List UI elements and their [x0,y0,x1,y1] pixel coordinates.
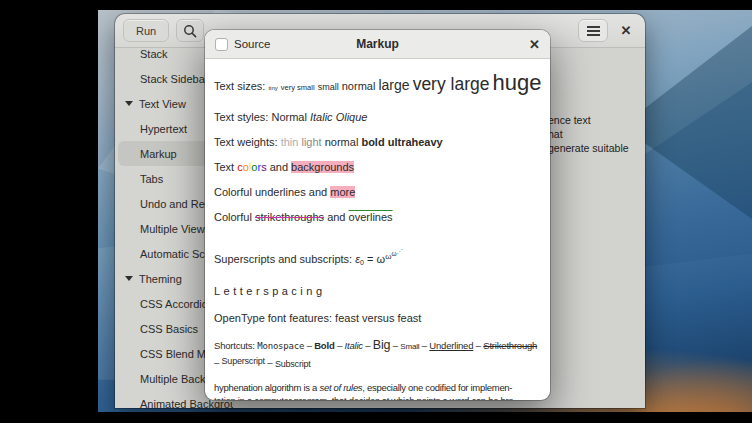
markup-sample-text-styles: Text styles: Normal Italic Olique [214,110,541,124]
markup-sample-paragraph: hyphenation algorithm is a set of rules,… [214,381,541,400]
weight-bold: bold [361,136,384,148]
formula-equals: = [367,253,373,265]
separator-dash: – [365,340,370,351]
underlined-word: underlines [255,186,306,198]
markup-sample-colors: Text colors and backgrounds [214,160,541,174]
highlighted-word: backgrounds [291,161,354,173]
formula-superscript: ω⋰ [391,250,402,257]
weight-normal: normal [325,136,359,148]
size-normal: normal [342,80,376,92]
markup-textview: Text sizes: tiny very small small normal… [205,59,550,400]
sample-label: Text styles: [214,111,268,123]
feature-word: feast [335,312,359,324]
separator-dash: – [393,340,398,351]
shortcuts-line-2: – Superscript – Subscript [214,354,541,372]
sidebar-item-label: Markup [140,148,177,160]
hamburger-icon [587,26,600,36]
sample-label: Colorful [214,211,252,223]
search-icon [183,24,197,38]
style-italic: Italic [310,111,333,123]
weight-thin: thin [281,136,299,148]
formula-dots: ⋰ [396,248,402,254]
close-icon: ✕ [621,23,632,38]
error-underline-word: more [330,186,355,198]
sidebar-item-label: Stack Sidebar [140,73,208,85]
shortcuts-line-1: Shortcuts: Monospace – Bold – Italic – B… [214,338,541,354]
shortcut-big: Big [373,338,390,352]
sample-label: Shortcuts: [214,340,255,351]
paragraph-italic-text: set of rules [319,382,362,393]
shortcut-small: Small [400,342,419,351]
formula-subscript: 0 [360,259,364,266]
sidebar-item-label: Stack [140,48,168,60]
markup-sample-opentype: OpenType font features: feast versus fea… [214,311,541,325]
sample-text: and [270,161,288,173]
expander-arrow-icon [125,101,133,106]
close-icon: ✕ [529,37,540,52]
source-checkbox[interactable]: Source [215,38,270,51]
markup-sample-shortcuts: Shortcuts: Monospace – Bold – Italic – B… [214,338,541,372]
sample-text: and [327,211,345,223]
search-button[interactable] [176,19,204,42]
paragraph-text: hyphenation algorithm is a [214,382,319,393]
sidebar-item-label: Text View [139,98,186,110]
formula-superscript: ωω⋰ [385,252,402,261]
source-checkbox-label: Source [234,38,270,50]
sidebar-item-label: Multiple Views [140,223,210,235]
markup-sample-text-weights: Text weights: thin light normal bold ult… [214,135,541,149]
separator-dash: – [307,340,312,351]
sample-text: and [309,186,327,198]
style-normal: Normal [271,111,306,123]
paragraph-text: , especially one codified for implemen- [362,382,512,393]
primary-menu-button[interactable] [578,19,608,42]
shortcut-strikethrough: Strikethrough [483,340,537,351]
shortcut-italic: Italic [345,340,363,351]
markup-sample-strikethroughs: Colorful strikethroughs and overlines [214,210,541,224]
underline-red: under [255,186,283,198]
sample-label: Text sizes: [214,80,265,92]
description-fragment: ence text [548,114,591,126]
markup-demo-dialog: Source Markup ✕ Text sizes: tiny very sm… [205,30,550,400]
shortcut-superscript: Superscript [222,356,265,366]
size-huge: huge [493,71,541,95]
size-small: small [318,82,339,92]
paragraph-line: tation in a computer program, that decid… [214,394,541,400]
separator-dash: – [267,357,272,368]
size-tiny: tiny [268,85,277,91]
weight-light: light [301,136,321,148]
description-fragment: generate suitable [548,142,629,154]
separator-dash: – [476,340,481,351]
size-large: large [378,77,409,93]
sample-text: versus [362,312,394,324]
run-button-label: Run [136,25,156,37]
separator-dash: – [214,357,219,368]
markup-sample-underlines: Colorful underlines and more [214,185,541,199]
size-very-small: very small [281,83,315,92]
sidebar-item-label: Hypertext [140,123,187,135]
sample-label: Text [214,161,234,173]
sidebar-item-label: Tabs [140,173,163,185]
run-button[interactable]: Run [123,19,169,42]
checkbox-icon [215,38,228,51]
paragraph-line: hyphenation algorithm is a set of rules,… [214,381,541,394]
shortcut-monospace: Monospace [257,341,304,351]
separator-dash: – [337,340,342,351]
shortcut-underlined: Underlined [429,340,473,351]
rainbow-letter: s [261,161,267,173]
formula-omega: ω [377,253,386,265]
sidebar-item-label: Theming [139,273,182,285]
underline-blue: lines [283,186,306,198]
weight-ultraheavy: ultraheavy [388,136,443,148]
expander-arrow-icon [125,276,133,281]
sidebar-item-label: CSS Basics [140,323,198,335]
separator-dash: – [422,340,427,351]
size-very-large: very large [413,74,490,94]
window-close-button[interactable]: ✕ [615,19,637,42]
shortcut-bold: Bold [314,340,334,351]
strikethrough-word: strikethroughs [255,211,324,223]
sidebar-item-label: CSS Accordion [140,298,214,310]
dialog-close-button[interactable]: ✕ [529,37,540,52]
sample-label: Superscripts and subscripts: [214,253,352,265]
sample-label: Text weights: [214,136,278,148]
dialog-headerbar: Source Markup ✕ [205,30,550,59]
